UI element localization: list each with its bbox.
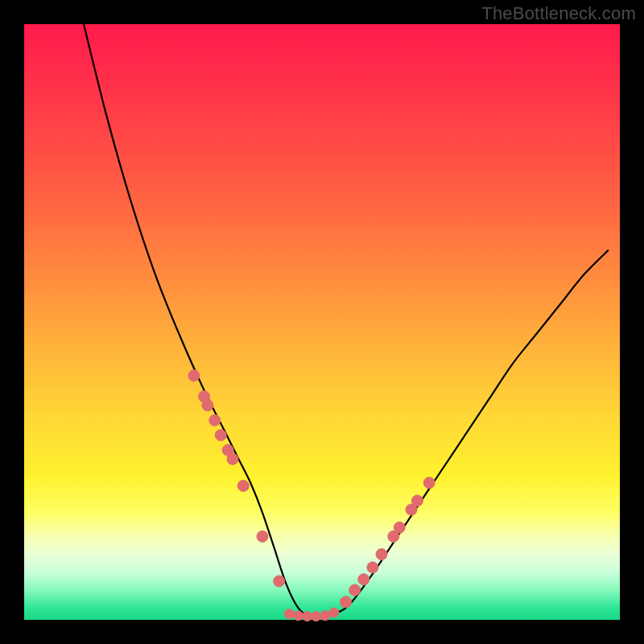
curve-svg <box>24 24 620 620</box>
data-dot <box>303 612 312 621</box>
data-dot <box>358 574 369 585</box>
data-dot <box>394 522 405 533</box>
data-dot <box>188 370 200 382</box>
data-dot <box>237 481 249 492</box>
bottleneck-curve <box>84 24 608 618</box>
data-dot <box>227 453 238 464</box>
data-dot <box>349 584 361 596</box>
data-dot <box>215 430 226 441</box>
data-dot <box>257 530 268 542</box>
data-dot <box>284 609 294 619</box>
data-dot <box>293 611 303 621</box>
data-dot <box>209 415 221 426</box>
chart-frame: TheBottleneck.com <box>0 0 644 644</box>
plot-area <box>24 24 620 620</box>
data-dot <box>423 477 435 489</box>
data-dot <box>411 495 423 506</box>
data-dot <box>367 562 378 573</box>
data-dot <box>320 611 330 621</box>
watermark-text: TheBottleneck.com <box>481 3 636 24</box>
data-dot <box>376 549 387 560</box>
data-dot <box>341 597 352 608</box>
data-dot <box>329 608 339 617</box>
data-dot <box>312 612 321 621</box>
data-dots <box>188 370 435 621</box>
data-dot <box>274 576 285 587</box>
data-dot <box>202 400 213 411</box>
